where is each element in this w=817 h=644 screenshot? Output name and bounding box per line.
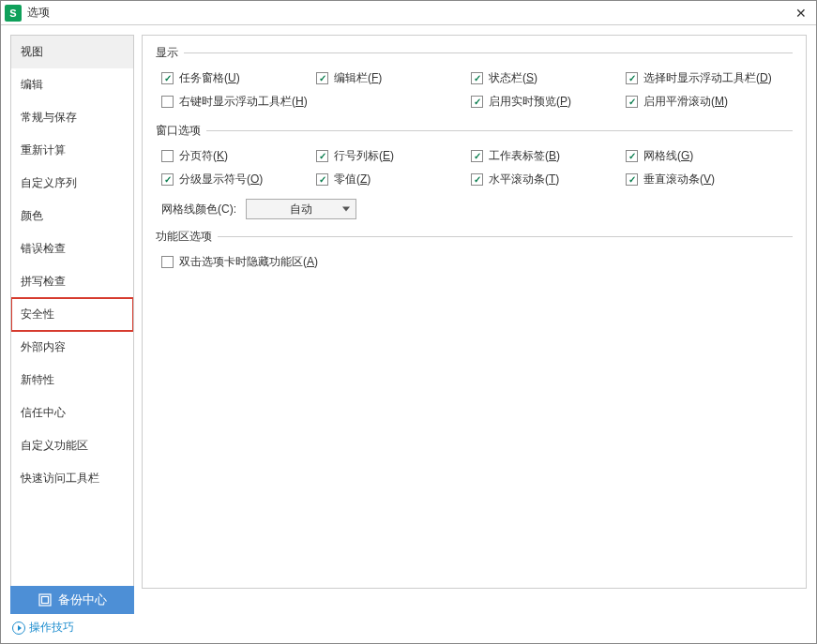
- checkbox-label: 零值(Z): [334, 172, 371, 187]
- checkbox-label: 双击选项卡时隐藏功能区(A): [179, 254, 318, 270]
- divider: [206, 130, 793, 131]
- gridline-color-label: 网格线颜色(C):: [161, 202, 236, 217]
- checkbox-label: 工作表标签(B): [489, 148, 560, 164]
- checkbox[interactable]: [471, 72, 483, 84]
- checkbox[interactable]: [161, 72, 174, 84]
- checkbox-option[interactable]: 水平滚动条(T): [471, 172, 626, 187]
- svg-rect-1: [42, 597, 49, 604]
- checkbox-option[interactable]: 右键时显示浮动工具栏(H): [161, 94, 316, 110]
- checkbox-option[interactable]: 状态栏(S): [471, 70, 626, 86]
- checkbox-label: 分页符(K): [179, 148, 228, 164]
- settings-group: 窗口选项分页符(K)行号列标(E)工作表标签(B)网格线(G)分级显示符号(O)…: [156, 123, 793, 219]
- checkbox-option[interactable]: 网格线(G): [626, 148, 780, 164]
- backup-center-button[interactable]: 备份中心: [10, 586, 134, 614]
- checkbox-label: 启用实时预览(P): [489, 94, 571, 110]
- sidebar-item[interactable]: 视图: [11, 36, 133, 68]
- checkbox-label: 垂直滚动条(V): [643, 172, 715, 187]
- sidebar-item[interactable]: 新特性: [11, 364, 133, 397]
- checkbox-option[interactable]: 双击选项卡时隐藏功能区(A): [161, 254, 793, 270]
- checkbox-option[interactable]: 任务窗格(U): [161, 70, 316, 86]
- backup-icon: [38, 592, 53, 607]
- checkbox-option[interactable]: 垂直滚动条(V): [626, 172, 780, 187]
- checkbox-option[interactable]: 启用实时预览(P): [471, 94, 626, 110]
- tips-link[interactable]: 操作技巧: [12, 620, 807, 636]
- checkbox-option[interactable]: 启用平滑滚动(M): [626, 94, 780, 110]
- close-button[interactable]: ✕: [792, 4, 810, 22]
- gridline-color-row: 网格线颜色(C):自动: [161, 199, 793, 219]
- checkbox-label: 右键时显示浮动工具栏(H): [179, 94, 308, 110]
- tips-label: 操作技巧: [29, 620, 74, 636]
- checkbox[interactable]: [161, 96, 174, 108]
- checkbox-label: 任务窗格(U): [179, 70, 240, 86]
- checkbox-label: 分级显示符号(O): [179, 172, 263, 187]
- settings-group: 显示任务窗格(U)编辑栏(F)状态栏(S)选择时显示浮动工具栏(D)右键时显示浮…: [156, 45, 793, 113]
- checkbox-option[interactable]: 工作表标签(B): [471, 148, 626, 164]
- group-label: 显示: [156, 45, 178, 61]
- sidebar: 视图编辑常规与保存重新计算自定义序列颜色错误检查拼写检查安全性外部内容新特性信任…: [10, 35, 134, 589]
- content-panel: 显示任务窗格(U)编辑栏(F)状态栏(S)选择时显示浮动工具栏(D)右键时显示浮…: [142, 35, 807, 589]
- checkbox-label: 水平滚动条(T): [489, 172, 559, 187]
- checkbox-label: 启用平滑滚动(M): [643, 94, 728, 110]
- checkbox[interactable]: [471, 173, 483, 186]
- titlebar: S 选项 ✕: [1, 1, 816, 25]
- select-value: 自动: [290, 202, 312, 217]
- checkbox[interactable]: [316, 173, 328, 186]
- app-icon: S: [5, 5, 22, 22]
- checkbox-option[interactable]: 分级显示符号(O): [161, 172, 316, 187]
- checkbox[interactable]: [626, 72, 638, 84]
- footer: 备份中心 操作技巧: [1, 586, 816, 643]
- checkbox[interactable]: [161, 173, 174, 186]
- sidebar-item[interactable]: 编辑: [11, 68, 133, 101]
- checkbox-option[interactable]: 行号列标(E): [316, 148, 471, 164]
- sidebar-item[interactable]: 拼写检查: [11, 265, 133, 298]
- svg-rect-0: [39, 594, 51, 606]
- settings-group: 功能区选项双击选项卡时隐藏功能区(A): [156, 229, 793, 274]
- divider: [184, 52, 793, 53]
- checkbox[interactable]: [471, 150, 483, 162]
- divider: [218, 236, 793, 237]
- checkbox[interactable]: [471, 96, 483, 108]
- sidebar-item[interactable]: 错误检查: [11, 232, 133, 265]
- checkbox[interactable]: [161, 256, 174, 268]
- sidebar-item[interactable]: 自定义序列: [11, 167, 133, 200]
- checkbox-option[interactable]: 编辑栏(F): [316, 70, 471, 86]
- checkbox-label: 选择时显示浮动工具栏(D): [643, 70, 772, 86]
- checkbox[interactable]: [626, 96, 638, 108]
- dialog-title: 选项: [27, 5, 50, 21]
- play-icon: [12, 622, 25, 635]
- gridline-color-select[interactable]: 自动: [246, 199, 356, 219]
- checkbox[interactable]: [626, 173, 638, 186]
- group-label: 窗口选项: [156, 123, 201, 139]
- checkbox[interactable]: [316, 72, 328, 84]
- checkbox-label: 网格线(G): [643, 148, 693, 164]
- sidebar-item[interactable]: 外部内容: [11, 331, 133, 364]
- checkbox-label: 状态栏(S): [489, 70, 537, 86]
- checkbox[interactable]: [626, 150, 638, 162]
- checkbox-label: 编辑栏(F): [334, 70, 382, 86]
- chevron-down-icon: [342, 207, 350, 212]
- checkbox-option[interactable]: 选择时显示浮动工具栏(D): [626, 70, 780, 86]
- sidebar-item[interactable]: 颜色: [11, 200, 133, 232]
- checkbox-label: 行号列标(E): [334, 148, 394, 164]
- sidebar-item[interactable]: 重新计算: [11, 134, 133, 167]
- backup-label: 备份中心: [58, 592, 107, 608]
- checkbox-option[interactable]: 分页符(K): [161, 148, 316, 164]
- checkbox[interactable]: [161, 150, 174, 162]
- sidebar-item[interactable]: 安全性: [11, 298, 133, 331]
- sidebar-item[interactable]: 信任中心: [11, 397, 133, 429]
- checkbox[interactable]: [316, 150, 328, 162]
- sidebar-item[interactable]: 快速访问工具栏: [11, 462, 133, 495]
- checkbox-option[interactable]: 零值(Z): [316, 172, 471, 187]
- body: 视图编辑常规与保存重新计算自定义序列颜色错误检查拼写检查安全性外部内容新特性信任…: [1, 25, 816, 598]
- sidebar-item[interactable]: 常规与保存: [11, 101, 133, 134]
- sidebar-item[interactable]: 自定义功能区: [11, 429, 133, 462]
- group-label: 功能区选项: [156, 229, 212, 245]
